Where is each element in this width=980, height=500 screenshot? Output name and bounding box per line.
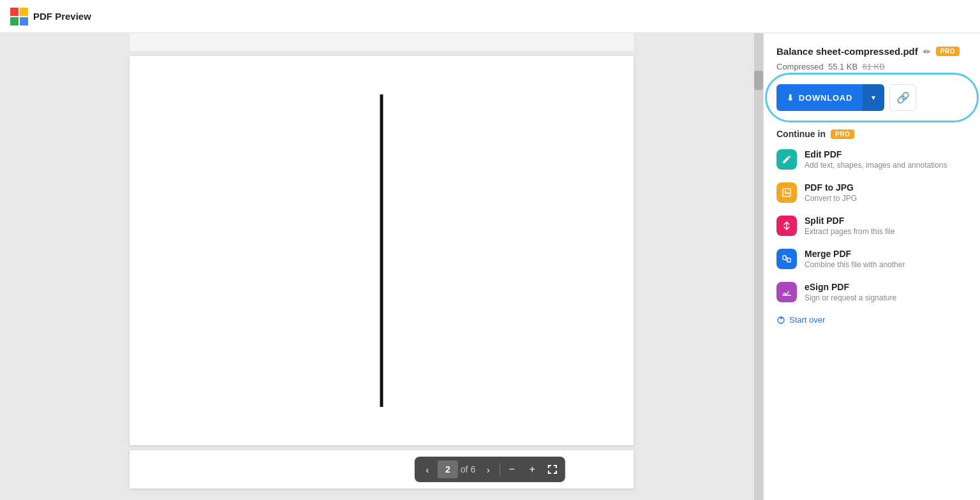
continue-pro-badge: PRO xyxy=(831,129,854,139)
file-title: Balance sheet-compressed.pdf xyxy=(776,46,918,57)
svg-point-13 xyxy=(785,191,786,192)
esign-pdf-name: eSign PDF xyxy=(805,282,967,292)
app-logo: PDF Preview xyxy=(10,8,91,26)
continue-header: Continue in PRO xyxy=(776,129,967,139)
svg-rect-11 xyxy=(556,471,557,474)
next-page-button[interactable]: › xyxy=(478,459,498,480)
svg-rect-7 xyxy=(556,465,557,468)
download-buttons: ⬇ DOWNLOAD ▾ 🔗 xyxy=(776,84,967,111)
edit-pdf-desc: Add text, shapes, images and annotations xyxy=(805,161,967,170)
merge-pdf-name: Merge PDF xyxy=(805,249,967,259)
tool-merge-pdf[interactable]: Merge PDF Combine this file with another xyxy=(776,249,967,269)
pdf-viewer[interactable]: ‹ of 6 › − + xyxy=(0,33,763,500)
page-of-label: of 6 xyxy=(458,464,478,474)
pdf-to-jpg-icon xyxy=(776,182,797,203)
prev-page-button[interactable]: ‹ xyxy=(417,459,438,480)
esign-pdf-info: eSign PDF Sign or request a signature xyxy=(805,282,967,302)
svg-rect-5 xyxy=(548,465,549,468)
file-status: Compressed xyxy=(776,62,824,71)
download-button[interactable]: ⬇ DOWNLOAD xyxy=(776,84,863,111)
pdf-page xyxy=(130,56,634,445)
svg-rect-15 xyxy=(787,258,791,262)
file-size-old: 61 KB xyxy=(862,62,884,71)
pdf-content-line xyxy=(380,94,383,407)
scrollbar-track[interactable] xyxy=(754,33,763,500)
right-sidebar: Balance sheet-compressed.pdf ✏ PRO Compr… xyxy=(763,33,980,500)
tool-split-pdf[interactable]: Split PDF Extract pages from this file xyxy=(776,216,967,236)
split-pdf-info: Split PDF Extract pages from this file xyxy=(805,216,967,236)
zoom-out-button[interactable]: − xyxy=(501,459,522,480)
esign-pdf-desc: Sign or request a signature xyxy=(805,293,967,302)
merge-pdf-desc: Combine this file with another xyxy=(805,260,967,269)
file-size-new: 55.1 KB xyxy=(828,62,858,71)
continue-label: Continue in xyxy=(776,129,826,139)
merge-pdf-icon xyxy=(776,249,797,269)
svg-rect-14 xyxy=(783,256,786,260)
download-combined-button: ⬇ DOWNLOAD ▾ xyxy=(776,84,884,111)
pdf-to-jpg-info: PDF to JPG Convert to JPG xyxy=(805,182,967,203)
file-title-row: Balance sheet-compressed.pdf ✏ PRO xyxy=(776,46,967,57)
download-dropdown-button[interactable]: ▾ xyxy=(863,84,884,111)
pdf-to-jpg-name: PDF to JPG xyxy=(805,182,967,193)
svg-rect-0 xyxy=(10,8,19,16)
zoom-in-button[interactable]: + xyxy=(522,459,542,480)
merge-pdf-info: Merge PDF Combine this file with another xyxy=(805,249,967,269)
pdf-to-jpg-desc: Convert to JPG xyxy=(805,194,967,203)
tool-pdf-to-jpg[interactable]: PDF to JPG Convert to JPG xyxy=(776,182,967,203)
svg-rect-3 xyxy=(20,17,28,26)
file-meta: Compressed 55.1 KB 61 KB xyxy=(776,62,967,71)
dropdown-icon: ▾ xyxy=(872,93,875,102)
pdf-page-top-partial xyxy=(130,33,634,51)
link-icon: 🔗 xyxy=(896,91,910,105)
edit-pdf-info: Edit PDF Add text, shapes, images and an… xyxy=(805,149,967,170)
download-area: ⬇ DOWNLOAD ▾ 🔗 xyxy=(776,84,967,111)
continue-section: Continue in PRO Edit PDF Add text, shape… xyxy=(776,129,967,302)
tool-edit-pdf[interactable]: Edit PDF Add text, shapes, images and an… xyxy=(776,149,967,170)
edit-pdf-icon xyxy=(776,149,797,170)
edit-pdf-name: Edit PDF xyxy=(805,149,967,159)
svg-rect-2 xyxy=(10,17,19,26)
copy-link-button[interactable]: 🔗 xyxy=(889,84,916,111)
pdf-page-content xyxy=(130,56,634,445)
pagination-divider xyxy=(500,463,500,476)
start-over-label: Start over xyxy=(789,315,825,325)
svg-rect-1 xyxy=(20,8,28,16)
fit-icon xyxy=(547,464,558,474)
app-header: PDF Preview xyxy=(0,0,980,33)
download-icon: ⬇ xyxy=(787,93,794,103)
app-title: PDF Preview xyxy=(33,11,91,22)
esign-pdf-icon xyxy=(776,282,797,302)
scrollbar-thumb[interactable] xyxy=(754,71,763,90)
current-page-input[interactable] xyxy=(438,460,458,478)
fit-page-button[interactable] xyxy=(542,459,563,480)
svg-rect-9 xyxy=(548,471,549,474)
split-pdf-name: Split PDF xyxy=(805,216,967,226)
split-pdf-icon xyxy=(776,216,797,236)
main-layout: ‹ of 6 › − + xyxy=(0,33,980,500)
split-pdf-desc: Extract pages from this file xyxy=(805,227,967,236)
start-over[interactable]: Start over xyxy=(776,315,967,325)
pro-badge: PRO xyxy=(936,47,960,56)
logo-icon xyxy=(10,8,28,26)
pagination-bar: ‹ of 6 › − + xyxy=(415,457,565,482)
tool-esign-pdf[interactable]: eSign PDF Sign or request a signature xyxy=(776,282,967,302)
start-over-icon xyxy=(776,316,785,325)
download-label: DOWNLOAD xyxy=(799,93,852,103)
edit-filename-icon[interactable]: ✏ xyxy=(923,47,931,57)
